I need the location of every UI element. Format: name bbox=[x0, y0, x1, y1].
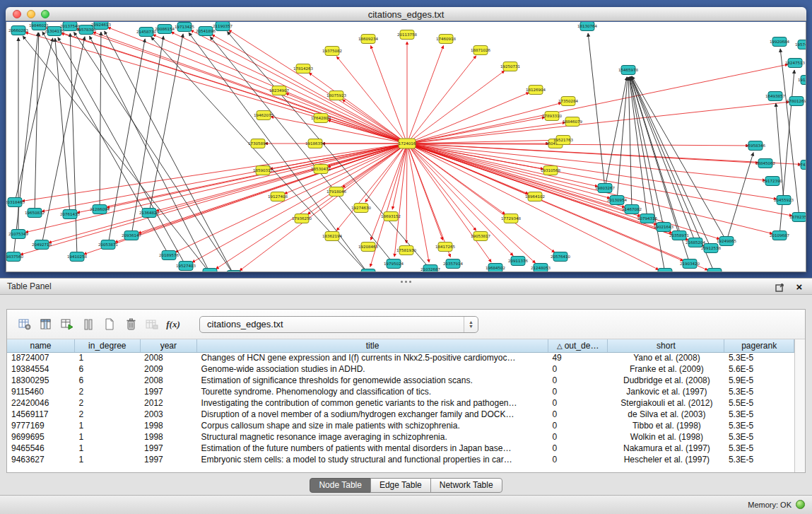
network-node[interactable]: 17581930 bbox=[396, 246, 416, 255]
cell-short[interactable]: Stergiakouli et al. (2012) bbox=[608, 397, 724, 409]
create-column-icon[interactable] bbox=[99, 314, 120, 335]
network-node[interactable]: 20468135 bbox=[358, 269, 378, 273]
show-columns-icon[interactable] bbox=[35, 314, 57, 335]
table-row[interactable]: 2242004622012Investigating the contribut… bbox=[7, 397, 794, 409]
cell-name[interactable]: 9463627 bbox=[7, 454, 75, 465]
cell-short[interactable]: Jankovic et al. (1997) bbox=[608, 386, 724, 397]
cell-name[interactable]: 18724007 bbox=[7, 352, 75, 363]
cell-short[interactable]: de Silva et al. (2003) bbox=[608, 409, 724, 420]
cell-in_degree[interactable]: 1 bbox=[75, 420, 141, 431]
cell-title[interactable]: Estimation of significance thresholds fo… bbox=[197, 375, 548, 386]
network-node[interactable]: 19713425 bbox=[175, 23, 194, 32]
network-node[interactable]: 18871026 bbox=[471, 46, 490, 55]
network-node[interactable]: 21286094 bbox=[90, 205, 110, 214]
cell-year[interactable]: 2009 bbox=[140, 363, 196, 375]
cell-title[interactable]: Investigating the contribution of common… bbox=[197, 397, 548, 409]
window-titlebar[interactable]: citations_edges.txt bbox=[6, 7, 806, 21]
network-node[interactable]: 19172390 bbox=[763, 177, 782, 186]
network-node[interactable]: 19410258 bbox=[67, 252, 87, 262]
network-node[interactable]: 19186354 bbox=[305, 139, 325, 148]
cell-out_degree[interactable]: 0 bbox=[548, 443, 607, 454]
cell-name[interactable]: 9115460 bbox=[7, 386, 75, 397]
table-row[interactable]: 946362711997Embryonic stem cells: a mode… bbox=[7, 454, 794, 465]
cell-short[interactable]: Nakamura et al. (1997) bbox=[608, 443, 724, 454]
network-node[interactable]: 20912538 bbox=[701, 244, 721, 253]
network-node[interactable]: 18362194 bbox=[322, 232, 342, 241]
network-node[interactable]: 21364820 bbox=[139, 209, 159, 218]
cell-title[interactable]: Embryonic stem cells: a model to study s… bbox=[197, 454, 548, 465]
network-node[interactable]: 20189576 bbox=[159, 251, 179, 260]
cell-title[interactable]: Structural magnetic resonance image aver… bbox=[197, 431, 548, 443]
cell-pagerank[interactable]: 5.3E-5 bbox=[724, 409, 794, 420]
cell-in_degree[interactable]: 1 bbox=[75, 454, 141, 465]
cell-out_degree[interactable]: 0 bbox=[548, 431, 607, 443]
cell-in_degree[interactable]: 2 bbox=[75, 397, 141, 409]
network-node[interactable]: 21190357 bbox=[213, 22, 233, 31]
float-panel-icon[interactable] bbox=[774, 281, 785, 293]
network-node[interactable]: 19128596 bbox=[798, 76, 806, 85]
network-node[interactable]: 20230758 bbox=[705, 269, 724, 273]
network-node[interactable]: 17436014 bbox=[798, 160, 806, 170]
cell-in_degree[interactable]: 1 bbox=[75, 352, 141, 363]
network-node[interactable]: 19310568 bbox=[541, 166, 560, 175]
cell-in_degree[interactable]: 2 bbox=[75, 386, 141, 397]
cell-short[interactable]: Wolkin et al. (1998) bbox=[608, 431, 724, 443]
cell-year[interactable]: 2003 bbox=[140, 409, 196, 420]
cell-name[interactable]: 18300295 bbox=[7, 375, 75, 386]
cell-in_degree[interactable]: 6 bbox=[75, 363, 141, 375]
network-node[interactable]: 19053817 bbox=[471, 232, 490, 241]
network-node[interactable]: 20924613 bbox=[91, 22, 111, 30]
cell-out_degree[interactable]: 0 bbox=[548, 420, 607, 431]
network-node[interactable]: 21032687 bbox=[420, 265, 440, 273]
network-node[interactable]: 20794316 bbox=[637, 214, 657, 223]
network-node[interactable]: 17642809 bbox=[311, 114, 331, 123]
network-canvas[interactable]: 2066028319846021213041752013754819578306… bbox=[6, 22, 806, 272]
cell-pagerank[interactable]: 5.9E-5 bbox=[724, 375, 794, 386]
network-node[interactable]: 20053871 bbox=[98, 240, 118, 250]
column-header-name[interactable]: name bbox=[7, 339, 75, 352]
network-node[interactable]: 17729348 bbox=[501, 214, 521, 223]
table-row[interactable]: 1456911722003Disruption of a novel membe… bbox=[7, 409, 794, 420]
cell-year[interactable]: 1998 bbox=[140, 420, 196, 431]
network-node[interactable]: 20874261 bbox=[200, 269, 220, 273]
cell-out_degree[interactable]: 0 bbox=[548, 386, 607, 397]
network-svg[interactable]: 2066028319846021213041752013754819578306… bbox=[6, 22, 806, 272]
network-node[interactable]: 18530471 bbox=[311, 165, 331, 174]
network-node[interactable]: 19250731 bbox=[500, 62, 520, 71]
network-node[interactable]: 19375082 bbox=[322, 47, 342, 56]
network-node[interactable]: 16493857 bbox=[765, 92, 785, 101]
network-node[interactable]: 18609234 bbox=[358, 35, 378, 44]
cell-name[interactable]: 14569117 bbox=[7, 409, 75, 420]
cell-pagerank[interactable]: 5.5E-5 bbox=[724, 397, 794, 409]
cell-name[interactable]: 9777169 bbox=[7, 420, 75, 431]
network-node[interactable]: 18075923 bbox=[326, 91, 346, 100]
cell-in_degree[interactable]: 6 bbox=[75, 375, 141, 386]
network-node[interactable]: 18234907 bbox=[269, 86, 289, 95]
network-node[interactable]: 21458730 bbox=[136, 28, 156, 37]
close-panel-icon[interactable]: × bbox=[794, 281, 805, 293]
cell-in_degree[interactable]: 1 bbox=[75, 431, 141, 443]
table-row[interactable]: 1830029562008Estimation of significance … bbox=[7, 375, 794, 386]
cell-title[interactable]: Changes of HCN gene expression and I(f) … bbox=[197, 352, 548, 363]
tab-node-table[interactable]: Node Table bbox=[310, 478, 371, 493]
network-node[interactable]: 1724016 bbox=[399, 139, 416, 148]
network-node[interactable]: 18130764 bbox=[577, 22, 597, 31]
delete-column-icon[interactable] bbox=[120, 314, 141, 335]
table-row[interactable]: 946554611997Estimation of the future num… bbox=[7, 443, 794, 454]
cell-out_degree[interactable]: 0 bbox=[548, 454, 607, 465]
cell-title[interactable]: Estimation of the future numbers of pati… bbox=[197, 443, 548, 454]
network-table-select[interactable]: citations_edges.txt ▲▼ bbox=[199, 316, 478, 333]
network-node[interactable]: 19920684 bbox=[770, 37, 789, 47]
cell-name[interactable]: 9465546 bbox=[7, 443, 75, 454]
cell-name[interactable]: 22420046 bbox=[7, 397, 75, 409]
network-node[interactable]: 20318465 bbox=[6, 198, 25, 207]
network-node[interactable]: 19684502 bbox=[486, 264, 505, 273]
network-node[interactable]: 20357914 bbox=[443, 259, 463, 269]
panel-splitter-handle[interactable] bbox=[397, 279, 416, 284]
network-node[interactable]: 18417265 bbox=[435, 243, 455, 252]
table-row[interactable]: 911546021997Tourette syndrome. Phenomeno… bbox=[7, 386, 794, 397]
network-node[interactable]: 19249865 bbox=[717, 237, 736, 246]
network-node[interactable]: 20576410 bbox=[551, 252, 570, 262]
cell-pagerank[interactable]: 5.3E-5 bbox=[724, 443, 794, 454]
cell-out_degree[interactable]: 0 bbox=[548, 375, 607, 386]
